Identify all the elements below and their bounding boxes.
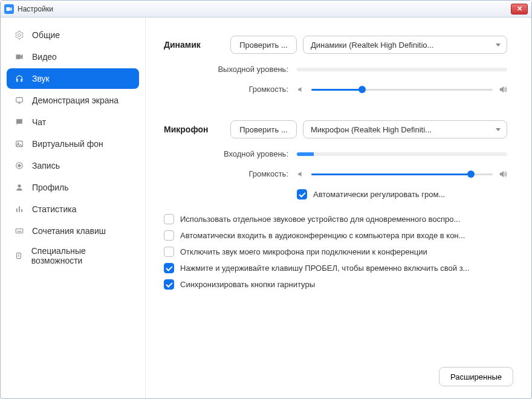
push-to-talk-label: Нажмите и удерживайте клавишу ПРОБЕЛ, чт… (180, 264, 507, 273)
svg-rect-0 (16, 97, 23, 102)
sidebar-item-label: Общие (32, 30, 60, 40)
accessibility-icon (13, 249, 25, 262)
sidebar-item-label: Звук (32, 74, 50, 83)
push-to-talk-checkbox[interactable] (164, 263, 174, 273)
chat-icon (13, 115, 26, 129)
svg-point-2 (18, 143, 19, 144)
svg-rect-6 (16, 229, 23, 233)
sync-headset-checkbox[interactable] (164, 279, 174, 290)
sidebar-item-label: Запись (32, 161, 60, 170)
sidebar-item-label: Профиль (32, 183, 68, 192)
auto-adjust-mic-label: Автоматически регулировать гром... (313, 190, 507, 199)
mic-volume-label: Громкость: (164, 169, 297, 178)
settings-sidebar: Общие Видео Звук Демонстрация экрана Чат… (1, 18, 146, 398)
sidebar-item-label: Видео (32, 52, 57, 62)
svg-point-5 (18, 184, 21, 187)
sidebar-item-video[interactable]: Видео (7, 47, 139, 67)
sidebar-item-profile[interactable]: Профиль (7, 177, 139, 198)
speaker-volume-slider[interactable] (311, 85, 493, 94)
sidebar-item-share-screen[interactable]: Демонстрация экрана (7, 90, 139, 111)
advanced-button[interactable]: Расширенные (439, 367, 513, 386)
sidebar-item-recording[interactable]: Запись (7, 155, 139, 176)
speaker-heading: Динамик (164, 40, 230, 50)
mic-test-button[interactable]: Проверить ... (230, 120, 297, 138)
mic-input-level-meter (297, 152, 507, 156)
mic-device-select[interactable]: Микрофон (Realtek High Definiti... (303, 120, 507, 138)
sidebar-item-label: Чат (32, 117, 46, 127)
sidebar-item-label: Сочетания клавиш (32, 226, 106, 236)
output-level-label: Выходной уровень: (164, 65, 297, 74)
sidebar-item-audio[interactable]: Звук (7, 68, 139, 89)
window-titlebar: Настройки ✕ (1, 1, 531, 18)
sidebar-item-general[interactable]: Общие (7, 25, 139, 45)
mic-heading: Микрофон (164, 125, 230, 134)
speaker-output-level-meter (297, 68, 507, 71)
screen-share-icon (13, 94, 26, 107)
speaker-volume-label: Громкость: (164, 85, 297, 94)
sidebar-item-virtual-bg[interactable]: Виртуальный фон (7, 134, 139, 154)
auto-join-audio-checkbox[interactable] (164, 230, 174, 241)
sidebar-item-label: Демонстрация экрана (32, 96, 118, 105)
sidebar-item-statistics[interactable]: Статистика (7, 199, 139, 219)
mic-volume-slider[interactable] (311, 170, 493, 178)
separate-audio-device-checkbox[interactable] (164, 214, 174, 224)
sidebar-item-accessibility[interactable]: Специальные возможности (7, 242, 139, 269)
sidebar-item-chat[interactable]: Чат (7, 112, 139, 132)
record-icon (13, 159, 26, 172)
volume-high-icon (499, 85, 507, 94)
volume-low-icon (297, 85, 305, 94)
auto-adjust-mic-checkbox[interactable] (297, 189, 307, 199)
speaker-test-button[interactable]: Проверить ... (230, 36, 297, 54)
volume-low-icon (297, 170, 305, 178)
mute-on-join-checkbox[interactable] (164, 247, 174, 257)
keyboard-icon (13, 224, 26, 238)
gear-icon (13, 28, 26, 42)
auto-join-audio-label: Автоматически входить в аудиоконференцию… (180, 231, 507, 240)
close-button[interactable]: ✕ (511, 4, 528, 15)
mute-on-join-label: Отключить звук моего микрофона при подкл… (180, 247, 507, 256)
window-title: Настройки (18, 5, 53, 13)
stats-icon (13, 203, 26, 216)
svg-point-4 (18, 164, 21, 167)
speaker-device-select[interactable]: Динамики (Realtek High Definitio... (303, 36, 507, 54)
app-icon (4, 4, 14, 14)
sync-headset-label: Синхронизировать кнопки гарнитуры (180, 280, 507, 289)
sidebar-item-shortcuts[interactable]: Сочетания клавиш (7, 221, 139, 241)
settings-content: Динамик Проверить ... Динамики (Realtek … (146, 18, 531, 398)
separate-audio-device-label: Использовать отдельное звуковое устройст… (180, 215, 507, 224)
sidebar-item-label: Специальные возможности (31, 246, 133, 265)
sidebar-item-label: Статистика (32, 204, 77, 214)
headphones-icon (13, 72, 26, 85)
sidebar-item-label: Виртуальный фон (32, 139, 103, 149)
video-icon (13, 50, 26, 63)
input-level-label: Входной уровень: (164, 149, 297, 158)
image-icon (13, 137, 26, 151)
profile-icon (13, 181, 26, 194)
volume-high-icon (499, 170, 507, 178)
